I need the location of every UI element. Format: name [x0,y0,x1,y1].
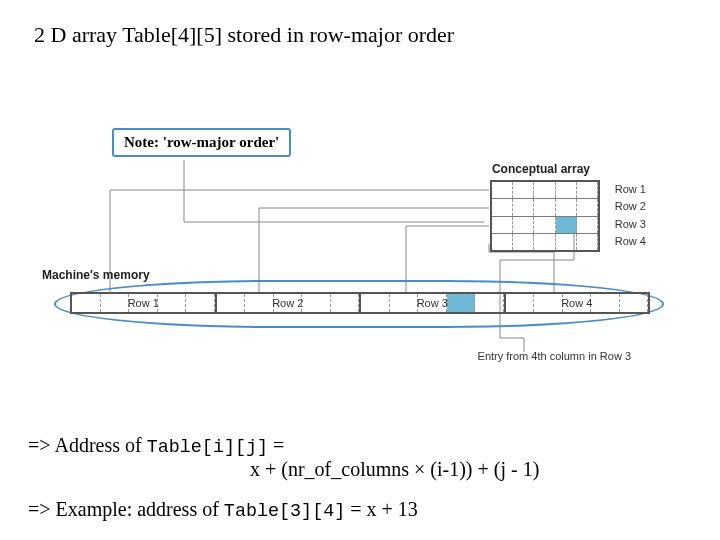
note-term: 'row-major order' [163,134,280,150]
highlighted-memory-cell [447,294,476,312]
memory-strip: Row 1 Row 2 Row 3 Row 4 [70,292,650,314]
example-code: Table[3][4] [224,501,345,522]
formula-eq: = [268,434,284,456]
conceptual-array-label: Conceptual array [492,162,590,176]
memory-segment: Row 1 [72,294,217,312]
conceptual-array: Row 1 Row 2 Row 3 Row 4 [490,180,600,252]
arrow-text: => [28,498,56,520]
memory-segment: Row 2 [217,294,362,312]
conceptual-row-label: Row 2 [615,200,646,212]
conceptual-row-label: Row 4 [615,235,646,247]
formula-rhs: x + (nr_of_columns × (i-1)) + (j - 1) [250,458,539,481]
arrow-text: => [28,434,54,456]
note-label: Note: [124,134,163,150]
conceptual-row-label: Row 3 [615,218,646,230]
entry-caption: Entry from 4th column in Row 3 [478,350,631,362]
formula-address: => Address of Table[i][j] = [28,434,284,458]
conceptual-row: Row 4 [492,234,598,250]
formula-code: Table[i][j] [147,437,268,458]
highlighted-cell [556,217,577,233]
conceptual-row: Row 2 [492,199,598,216]
memory-segment: Row 3 [361,294,506,312]
example-prefix: Example: address of [56,498,224,520]
formula-text: Address of [54,434,146,456]
diagram-area: Conceptual array Row 1 Row 2 Row 3 Row 4… [34,160,686,410]
page-title: 2 D array Table[4][5] stored in row-majo… [34,22,454,48]
note-box: Note: 'row-major order' [112,128,291,157]
conceptual-row: Row 1 [492,182,598,199]
machine-memory-label: Machine's memory [42,268,150,282]
conceptual-row: Row 3 [492,217,598,234]
formula-example: => Example: address of Table[3][4] = x +… [28,498,418,522]
conceptual-row-label: Row 1 [615,183,646,195]
example-suffix: = x + 13 [345,498,418,520]
memory-segment: Row 4 [506,294,649,312]
